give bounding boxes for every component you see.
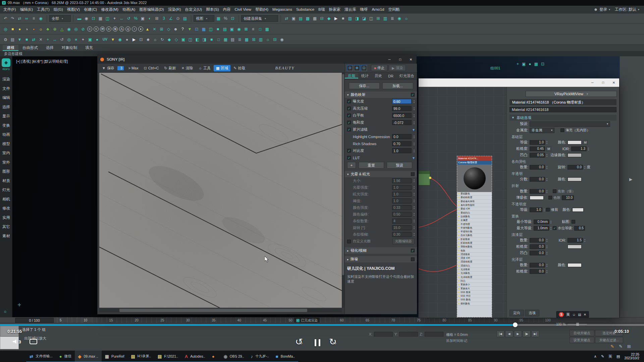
slot-socket-icon[interactable] (458, 242, 460, 244)
viewport-tool-icon[interactable]: ⊡ (541, 62, 544, 66)
material-viewer-dropdown[interactable]: VRayPickMtlView ▾ (526, 91, 617, 97)
setting-value-field[interactable]: 0.70 (392, 141, 412, 146)
toolbar-icon[interactable]: ◉ (83, 15, 90, 22)
slot-socket-icon[interactable] (458, 303, 460, 304)
tone-mapping-section-header[interactable]: ▾ 颜色映射 (345, 92, 417, 98)
toolbar-icon[interactable]: V (94, 26, 99, 32)
toolbar-icon[interactable]: ▦ (97, 15, 104, 22)
script-panel-item[interactable]: 修改 (0, 204, 12, 213)
slot-socket-icon[interactable] (458, 239, 460, 240)
close-button[interactable]: ✕ (608, 78, 619, 87)
toolbar-icon[interactable]: ◧ (194, 36, 201, 43)
rewind-10-button[interactable]: ↺ 10 (295, 337, 306, 348)
ribbon-tab[interactable]: 自由形式 (18, 45, 42, 51)
toolbar-icon[interactable]: ▶ (130, 36, 138, 43)
toolbar-icon[interactable]: D (106, 26, 111, 32)
ribbon-tab[interactable]: 建模 (3, 45, 18, 51)
material-input-slot[interactable]: 自发光颜色 (457, 234, 492, 237)
clip-checkbox[interactable] (546, 208, 550, 212)
z-coordinate-field[interactable] (425, 332, 443, 337)
toolbar-icon[interactable]: ▶ (332, 15, 339, 22)
slot-socket-icon[interactable] (458, 254, 460, 255)
presets-button[interactable]: 预设 (387, 162, 412, 169)
options-tab[interactable]: 选项 (525, 310, 539, 316)
toolbar-icon[interactable]: ⊡ (229, 15, 236, 22)
script-panel-item[interactable]: 灯光 (0, 185, 12, 195)
toolbar-icon[interactable]: ● (94, 36, 101, 43)
forward-30-button[interactable]: ↻ 30 (329, 337, 340, 348)
toolbar-icon[interactable]: ● (123, 36, 130, 43)
viewport-tool-icon[interactable]: ▣ (522, 62, 526, 66)
material-input-slot[interactable]: 清漆数量 (457, 253, 492, 256)
section-checkbox[interactable] (411, 249, 415, 252)
setting-value-field[interactable]: 1.0 (392, 148, 412, 153)
script-panel-item[interactable]: 显示 (0, 112, 12, 121)
spinner-arrows[interactable] (414, 199, 415, 203)
slot-socket-icon[interactable] (458, 280, 460, 282)
setting-value-field[interactable]: 15.0 (392, 225, 412, 230)
transport-button[interactable]: |◀ (496, 330, 504, 337)
toolbar-icon[interactable]: ⇄ (30, 36, 37, 43)
vfb-tool-button[interactable]: 3 (117, 66, 124, 70)
node-output-socket[interactable] (429, 177, 431, 179)
setting-checkbox[interactable] (347, 128, 351, 131)
clearcoat-roughness-field[interactable]: 0.0 (530, 244, 545, 249)
toolbar-icon[interactable]: ◨ (354, 15, 361, 22)
script-panel-item[interactable]: 材质 (0, 176, 12, 186)
slot-socket-icon[interactable] (458, 295, 460, 297)
toolbar-icon[interactable]: UV (101, 36, 109, 43)
toolbar-icon[interactable]: ◉ (278, 36, 285, 43)
toolbar-icon[interactable]: ▦ (215, 15, 222, 22)
toolbar-icon[interactable]: □ (215, 36, 222, 43)
toolbar-icon[interactable]: ◆ (325, 15, 332, 22)
toolbar-icon[interactable]: ⊞ (153, 15, 160, 22)
menu-item[interactable]: 组(G) (52, 7, 65, 12)
viewport-tool-icon[interactable]: ● (529, 62, 531, 66)
vfb-tool-button[interactable]: ↻ 刷新 (162, 65, 178, 71)
toolbar-icon[interactable]: ? (179, 25, 186, 33)
slot-socket-icon[interactable] (458, 212, 460, 214)
spinner-arrows[interactable] (414, 107, 415, 111)
abbe-field[interactable]: 10.0 (562, 195, 574, 200)
dropdown-arrow-icon[interactable]: ▾ (413, 127, 415, 132)
thin-absorption-swatch[interactable] (530, 196, 544, 200)
toolbox-icon[interactable]: ▤ (578, 313, 581, 316)
slot-socket-icon[interactable] (458, 224, 460, 225)
toolbar-icon[interactable]: ☻ (145, 36, 152, 43)
spinner-arrows[interactable] (414, 219, 415, 223)
menu-item[interactable]: 创建(C) (82, 7, 99, 12)
sogou-ime-bar[interactable]: S 英 ☺ ▤ ✕ (556, 311, 589, 318)
video-progress-bar[interactable] (0, 324, 644, 326)
toolbar-icon[interactable]: ▼ (186, 25, 193, 33)
menu-item[interactable]: Substance (294, 7, 316, 11)
ior-field[interactable]: 1.3 (571, 146, 587, 151)
toolbar-icon[interactable]: ♣ (44, 25, 51, 33)
toolbar-icon[interactable]: ↻ (159, 36, 166, 43)
toolbar-icon[interactable]: 球 (100, 26, 105, 32)
toolbar-icon[interactable]: ▣ (180, 36, 187, 43)
menu-item[interactable]: 文件(F) (1, 7, 18, 12)
toolbar-icon[interactable]: ◆ (166, 36, 173, 43)
setting-value-field[interactable]: 0.30 (392, 232, 412, 237)
vfb-tool-button[interactable]: ▼ 保存 (100, 65, 117, 71)
toolbar-icon[interactable]: ▬ (76, 15, 83, 22)
menu-item[interactable]: 脚本(S) (204, 7, 221, 12)
menu-item[interactable]: 内容 (221, 7, 232, 12)
stop-render-button[interactable]: ■ 停止 (371, 65, 387, 71)
toolbar-icon[interactable]: ◑ (23, 25, 30, 33)
taskbar-app-button[interactable]: ● 微信 (56, 351, 75, 362)
menu-item[interactable]: 图形编辑器(D) (137, 7, 166, 12)
slot-socket-icon[interactable] (458, 273, 460, 274)
slot-socket-icon[interactable] (458, 299, 460, 300)
slate-titlebar[interactable]: ─ □ ✕ (419, 78, 619, 87)
toolbar-icon[interactable]: ◫ (104, 15, 111, 22)
toolbar-icon[interactable]: ● (16, 25, 23, 33)
setting-checkbox[interactable] (347, 121, 351, 124)
spinner-arrows[interactable] (414, 135, 415, 139)
taskbar-app-button[interactable]: ♪ 十九岁-.. (247, 351, 272, 362)
script-panel-item[interactable]: 模型 (0, 139, 12, 149)
vfb-titlebar[interactable]: SONY [IR] ─ □ ✕ (98, 55, 416, 64)
material-input-slot[interactable]: 基础颜色 (457, 192, 492, 196)
taskbar-app-button[interactable]: ⇄ 文件传输... (26, 351, 56, 362)
spinner-arrows[interactable] (414, 232, 415, 236)
